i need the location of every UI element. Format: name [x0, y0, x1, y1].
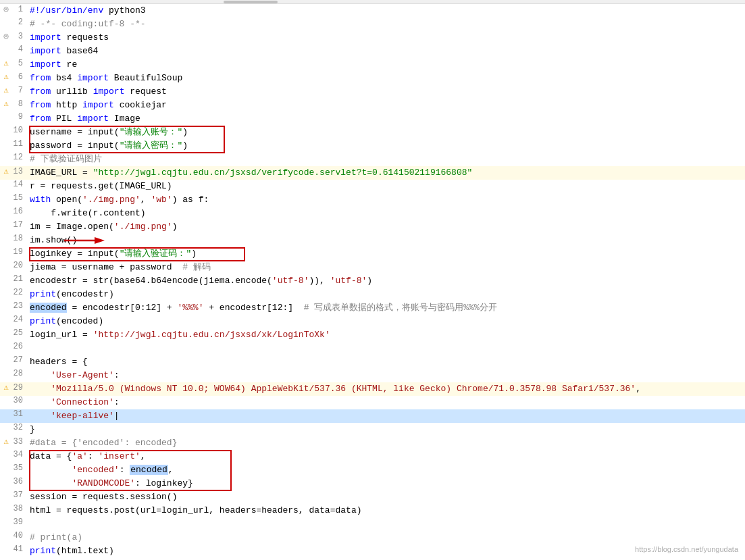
line-number: 21: [11, 274, 23, 284]
code-token: import: [77, 73, 109, 83]
code-token: ): [172, 222, 178, 232]
line-content: headers = {: [26, 355, 745, 369]
code-token: session = requests.session(): [30, 492, 177, 502]
code-token: 'RANDOMCODE': [72, 478, 135, 488]
code-line: 4import base64: [0, 45, 745, 58]
line-content: IMAGE_URL = "http://jwgl.cqjtu.edu.cn/js…: [26, 166, 745, 180]
code-token: import: [30, 46, 61, 56]
code-token: base64: [61, 46, 99, 56]
code-line: 16 f.write(r.content): [0, 207, 745, 220]
code-line: 25login_url = 'http://jwgl.cqjtu.edu.cn/…: [0, 328, 745, 342]
line-number-area: 21: [0, 274, 26, 284]
line-number: 32: [11, 423, 23, 432]
line-number-area: 31: [0, 409, 26, 419]
code-line: 35 'encoded': encoded,: [0, 463, 745, 477]
code-token: urllib: [51, 86, 93, 97]
code-token: # 下载验证码图片: [30, 154, 102, 164]
line-number: 22: [11, 288, 23, 297]
line-number: 39: [11, 517, 23, 527]
code-token: from: [30, 100, 51, 110]
line-icon: ⚠: [1, 99, 11, 109]
line-content: from urllib import request: [26, 85, 745, 99]
line-number: 19: [11, 247, 23, 257]
code-token: "http://jwgl.cqjtu.edu.cn/jsxsd/verifyco…: [93, 168, 473, 178]
line-number-area: 15: [0, 193, 26, 203]
code-token: "请输入密码：": [120, 141, 183, 151]
line-content: }: [26, 423, 745, 436]
line-number-area: 41: [0, 544, 26, 554]
code-line: 39: [0, 517, 745, 531]
line-number: 18: [11, 234, 23, 243]
code-token: username = input(: [30, 127, 120, 137]
line-icon: ⚠: [1, 85, 11, 95]
line-number-area: 2: [0, 18, 26, 27]
line-content: 'RANDOMCODE': loginkey}: [26, 477, 745, 490]
line-content: print(encodestr): [26, 288, 745, 301]
code-token: = encodestr[0:12] +: [67, 303, 178, 313]
line-number: 10: [11, 126, 23, 135]
code-line: 21encodestr = str(base64.b64encode(jiema…: [0, 274, 745, 288]
line-icon: ⚠: [1, 166, 11, 176]
code-line: ⚠13IMAGE_URL = "http://jwgl.cqjtu.edu.cn…: [0, 166, 745, 180]
code-token: data = {: [30, 451, 72, 461]
line-number-area: 36: [0, 477, 26, 486]
line-number: 41: [11, 544, 23, 554]
line-number: 23: [11, 301, 23, 311]
line-content: f.write(r.content): [26, 207, 745, 220]
line-content: 'encoded': encoded,: [26, 463, 745, 477]
code-token: im.show(): [30, 235, 77, 245]
code-line: 20jiema = username + password # 解码: [0, 261, 745, 274]
line-content: html = requests.post(url=login_url, head…: [26, 504, 745, 517]
code-token: open(: [51, 195, 82, 205]
line-number: 5: [11, 59, 23, 68]
line-number-area: ⚠5: [0, 58, 26, 68]
line-number-area: ⚠33: [0, 436, 26, 447]
code-token: loginkey = input(: [30, 249, 120, 259]
line-content: encodestr = str(base64.b64encode(jiema.e…: [26, 274, 745, 288]
line-number: 11: [11, 139, 23, 149]
code-token: import: [82, 100, 114, 110]
line-icon: ⚠: [1, 382, 11, 392]
code-token: [30, 397, 51, 407]
line-number-area: 20: [0, 261, 26, 270]
line-content: import re: [26, 58, 745, 72]
line-number-area: ⚠6: [0, 72, 26, 82]
code-line: 26: [0, 342, 745, 355]
code-token: # -*- coding:utf-8 -*-: [30, 19, 146, 29]
line-number-area: 24: [0, 315, 26, 324]
code-token: 'http://jwgl.cqjtu.edu.cn/jsxsd/xk/Login…: [93, 330, 330, 340]
code-token: "请输入验证码：": [120, 249, 192, 259]
code-token: # 解码: [182, 262, 211, 272]
line-content: # -*- coding:utf-8 -*-: [26, 18, 745, 31]
code-token: print: [30, 546, 56, 556]
line-number: 6: [11, 72, 23, 82]
code-token: '%%%': [177, 303, 203, 313]
code-token: Image: [109, 113, 140, 124]
code-token: #data = {'encoded': encoded}: [30, 438, 177, 448]
line-number-area: 34: [0, 450, 26, 459]
code-token: ,: [636, 384, 641, 394]
line-content: 'Mozilla/5.0 (Windows NT 10.0; WOW64) Ap…: [26, 382, 745, 396]
code-token: import: [77, 113, 109, 124]
code-token: ,: [140, 451, 146, 461]
code-line: 38html = requests.post(url=login_url, he…: [0, 504, 745, 517]
line-content: from bs4 import BeautifulSoup: [26, 72, 745, 85]
line-number-area: 27: [0, 355, 26, 365]
line-number-area: 9: [0, 112, 26, 122]
code-token: :: [114, 397, 120, 407]
line-content: 'keep-alive'|: [26, 409, 745, 423]
code-token: :: [88, 451, 99, 461]
code-token: ,: [140, 195, 151, 205]
line-icon: ◎: [1, 4, 11, 14]
scrollbar-thumb[interactable]: [224, 1, 278, 3]
line-number-area: 18: [0, 234, 26, 243]
code-line: 2# -*- coding:utf-8 -*-: [0, 18, 745, 31]
line-number-area: 40: [0, 531, 26, 540]
line-content: #!/usr/bin/env python3: [26, 4, 745, 18]
line-number: 31: [11, 409, 23, 419]
line-number: 13: [11, 167, 23, 176]
line-number-area: 4: [0, 45, 26, 54]
code-token: './img.png': [114, 222, 172, 232]
line-number: 14: [11, 180, 23, 189]
line-number: 12: [11, 153, 23, 162]
